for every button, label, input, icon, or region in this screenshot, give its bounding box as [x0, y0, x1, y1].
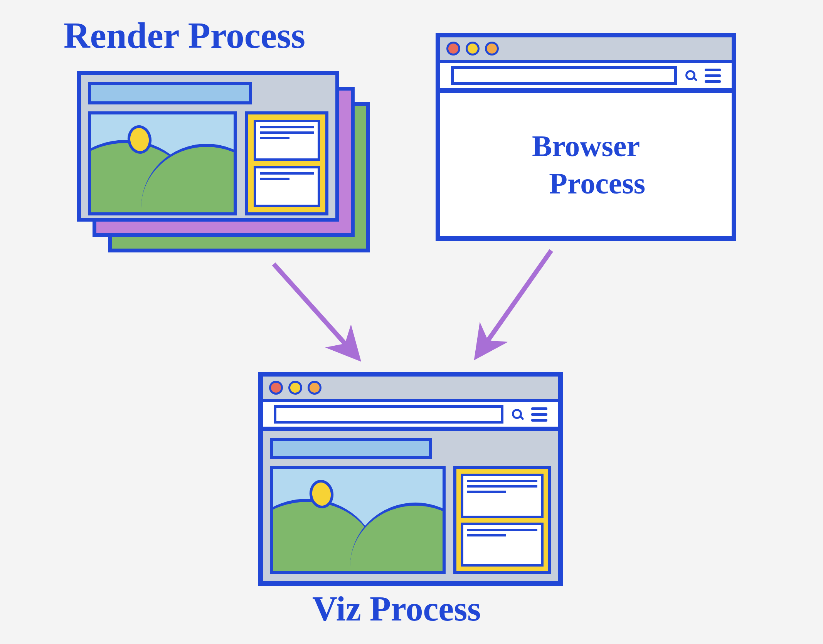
arrow-render-to-viz: [274, 264, 357, 356]
sidebar-card: [461, 523, 544, 567]
viz-process-window: [258, 372, 563, 586]
viz-process-label: Viz Process: [312, 590, 481, 628]
arrow-browser-to-viz: [478, 251, 551, 355]
page-title-bar: [270, 438, 432, 459]
sidebar-card: [461, 474, 544, 518]
close-icon: [269, 381, 283, 395]
address-bar: [274, 405, 503, 424]
viz-composited-content: [263, 431, 558, 581]
maximize-icon: [308, 381, 321, 395]
window-titlebar: [263, 377, 558, 402]
minimize-icon: [288, 381, 302, 395]
page-sidebar: [453, 466, 551, 574]
search-icon: [512, 409, 523, 420]
page-image: [270, 466, 446, 574]
window-toolbar: [263, 402, 558, 431]
menu-icon: [531, 407, 547, 422]
